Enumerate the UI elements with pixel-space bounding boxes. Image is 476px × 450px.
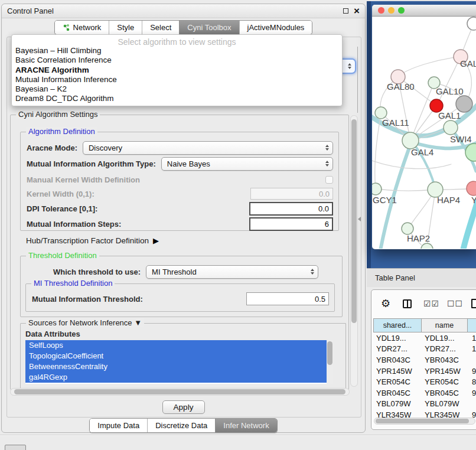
- tab-network[interactable]: Network: [55, 21, 109, 34]
- settings-horizontal-scrollbar[interactable]: [10, 388, 350, 396]
- table-cell: YPR145W: [422, 367, 468, 376]
- table-cell: YER054C: [422, 377, 468, 386]
- manual-kernel-label: Manual Kernel Width Definition: [27, 175, 140, 184]
- table-toolbar: ⚙ ☑☑ ☐☐: [371, 294, 476, 314]
- network-node-hap2[interactable]: [402, 223, 413, 234]
- which-threshold-combo[interactable]: MI Threshold: [146, 265, 318, 279]
- mini-corner-button[interactable]: [5, 445, 26, 450]
- attribute-item-gal4rgexp[interactable]: gal4RGexp: [25, 372, 333, 383]
- scrollbar-thumb[interactable]: [351, 119, 357, 323]
- table-row[interactable]: YDL19...YDL19...13: [373, 332, 476, 344]
- table-row[interactable]: YER054CYER054C8.: [373, 376, 476, 387]
- dropdown-item-bayesian-k2[interactable]: Bayesian – K2: [12, 84, 342, 94]
- table-row[interactable]: YBR043CYBR043C: [373, 354, 476, 366]
- control-panel-window: Control Panel × NetworkStyleSelectCyni T…: [1, 4, 366, 433]
- network-node-gal11[interactable]: [375, 107, 387, 119]
- node-label: GCY1: [373, 195, 397, 205]
- dropdown-item-dream8-dc-tdc-algorithm[interactable]: Dream8 DC_TDC Algorithm: [12, 94, 342, 103]
- select-all-icon[interactable]: ☑☑: [423, 299, 439, 308]
- settings-group: Cyni Algorithm Settings Algorithm Defini…: [10, 115, 349, 390]
- close-panel-icon[interactable]: ×: [354, 8, 360, 14]
- dropdown-item-mutual-information-inference[interactable]: Mutual Information Inference: [12, 75, 342, 84]
- table-row[interactable]: YDR27...YDR27...12: [373, 344, 476, 355]
- dropdown-placeholder: Select algorithm to view settings: [12, 35, 342, 46]
- mi-type-combo[interactable]: Naive Bayes: [161, 157, 333, 171]
- attribute-item-topologicalcoefficient[interactable]: TopologicalCoefficient: [25, 351, 333, 361]
- dropdown-item-bayesian-hill-climbing[interactable]: Bayesian – Hill Climbing: [12, 46, 342, 56]
- split-columns-icon[interactable]: [403, 299, 412, 308]
- node-label: GAL4: [411, 147, 433, 157]
- network-node-gal1[interactable]: [444, 120, 458, 135]
- gear-icon[interactable]: ⚙: [381, 297, 390, 310]
- panel-splitter-handle[interactable]: [358, 217, 361, 221]
- table-header-row: shared...name: [373, 318, 476, 332]
- deselect-all-icon[interactable]: ☐☐: [447, 299, 463, 308]
- tab-impute-data[interactable]: Impute Data: [90, 419, 147, 432]
- zoom-window-button[interactable]: [398, 7, 405, 14]
- node-label: SWI4: [450, 134, 472, 144]
- network-canvas[interactable]: GALGAL80GAL10GAL1SWI4GAL11GAL4GCY1HAP4YH…: [372, 17, 476, 249]
- network-node[interactable]: [467, 17, 476, 30]
- column-header-3[interactable]: [468, 318, 476, 332]
- hub-definition-toggle[interactable]: Hub/Transcription Factor Definition ▶: [26, 236, 159, 245]
- stepper-icon: [311, 269, 314, 275]
- manual-kernel-checkbox[interactable]: [325, 176, 333, 184]
- tab-label: Select: [150, 23, 171, 32]
- network-edge: [372, 161, 451, 169]
- table-cell: 9.: [468, 389, 476, 397]
- hub-definition-label: Hub/Transcription Factor Definition: [26, 236, 149, 245]
- network-tab-icon: [63, 24, 70, 31]
- mi-threshold-field[interactable]: 0.5: [246, 292, 329, 305]
- tab-infer-network[interactable]: Infer Network: [215, 419, 276, 432]
- tab-jactivemnodules[interactable]: jActiveMNodules: [239, 21, 312, 34]
- tab-cyni-toolbox[interactable]: Cyni Toolbox: [179, 21, 239, 34]
- attribute-item-betweennesscentrality[interactable]: BetweennessCentrality: [25, 361, 333, 372]
- float-panel-icon[interactable]: [343, 8, 348, 14]
- attributes-list[interactable]: SelfLoopsTopologicalCoefficientBetweenne…: [25, 340, 333, 384]
- column-header-name[interactable]: name: [422, 318, 468, 332]
- network-edge: [437, 57, 461, 105]
- new-column-icon[interactable]: [471, 299, 476, 308]
- aracne-mode-combo[interactable]: Discovery: [83, 141, 333, 155]
- algorithm-definition-group: Algorithm Definition Aracne Mode: Discov…: [20, 132, 339, 231]
- tab-discretize-data[interactable]: Discretize Data: [147, 419, 215, 432]
- attribute-item-selfloops[interactable]: SelfLoops: [25, 340, 333, 351]
- tab-select[interactable]: Select: [142, 21, 179, 34]
- mi-steps-label: Mutual Information Steps:: [27, 220, 121, 229]
- kernel-width-field[interactable]: 0.0: [250, 188, 333, 200]
- table-row[interactable]: YPR145WYPR145W9.: [373, 366, 476, 377]
- dropdown-item-basic-correlation-inference[interactable]: Basic Correlation Inference: [12, 56, 342, 65]
- collapse-down-icon[interactable]: ▼: [134, 318, 142, 327]
- node-label: Y: [471, 195, 476, 205]
- node-label: GAL80: [387, 81, 415, 92]
- apply-button[interactable]: Apply: [162, 400, 205, 414]
- dropdown-item-aracne-algorithm[interactable]: ARACNE Algorithm: [12, 66, 342, 75]
- scrollbar-thumb[interactable]: [14, 389, 345, 394]
- network-node-gcy1[interactable]: [372, 183, 382, 195]
- status-bar-divider: [0, 435, 476, 436]
- mi-steps-field[interactable]: 6: [249, 217, 333, 231]
- attributes-list-scrollbar[interactable]: [327, 340, 333, 384]
- node-label: GAL11: [382, 118, 409, 128]
- minimize-window-button[interactable]: [388, 7, 395, 14]
- column-header-shared-[interactable]: shared...: [373, 318, 422, 332]
- settings-vertical-scrollbar[interactable]: [350, 115, 358, 387]
- network-window-titlebar[interactable]: [372, 5, 476, 17]
- network-node[interactable]: [421, 243, 433, 249]
- network-node-gal4[interactable]: [402, 132, 419, 149]
- network-node[interactable]: [456, 96, 472, 112]
- close-window-button[interactable]: [378, 7, 384, 14]
- scrollbar-thumb[interactable]: [327, 341, 332, 365]
- combo-value: MI Threshold: [152, 268, 197, 276]
- scrollbar-thumb[interactable]: [376, 419, 469, 423]
- table-horizontal-scrollbar[interactable]: [374, 418, 475, 425]
- table-row[interactable]: YBR045CYBR045C9.: [373, 387, 476, 399]
- data-attributes-label: Data Attributes: [25, 330, 80, 338]
- table-row[interactable]: YBL079WYBL079W: [373, 399, 476, 410]
- network-node-y[interactable]: [467, 181, 476, 195]
- tab-label: Style: [117, 23, 134, 32]
- dpi-tolerance-field[interactable]: 0.0: [249, 202, 333, 216]
- table-cell: YDL19...: [422, 334, 468, 343]
- sources-title-text: Sources for Network Inference: [28, 318, 132, 327]
- tab-style[interactable]: Style: [109, 21, 142, 34]
